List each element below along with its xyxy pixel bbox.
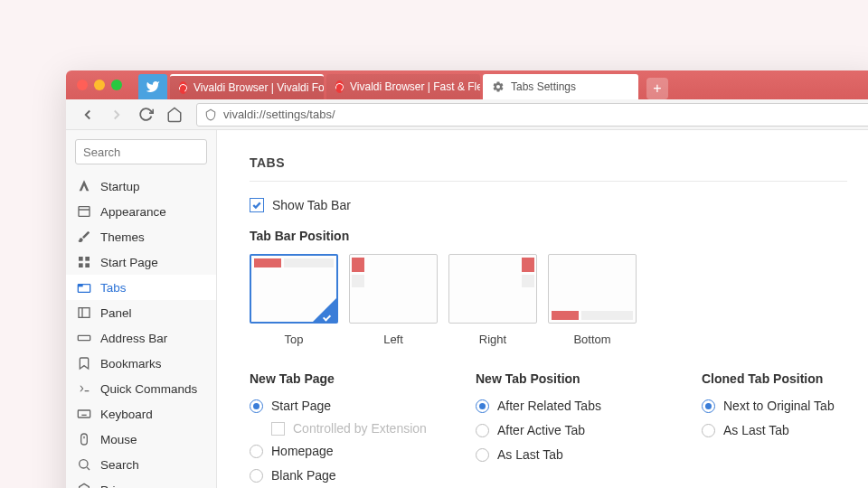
checkbox-label: Show Tab Bar [272,198,351,212]
sidebar-item-label: Quick Commands [100,382,197,396]
radio-label: Homepage [271,444,334,458]
radio-after-related[interactable]: After Related Tabs [476,397,656,415]
radio-after-active[interactable]: After Active Tab [476,421,656,439]
tabs-icon [77,280,91,295]
address-bar-icon [77,331,91,345]
radio-unchecked-icon [476,424,489,437]
position-option-right[interactable]: Right [448,254,537,346]
twitter-icon [146,80,160,94]
sidebar-item-label: Start Page [100,256,158,269]
position-label: Right [479,333,506,346]
sidebar-item-search[interactable]: Search [66,452,216,477]
position-label: Top [285,333,304,346]
back-button[interactable] [75,102,100,127]
sidebar-item-themes[interactable]: Themes [66,224,216,249]
settings-sidebar: Startup Appearance Themes Start Page Tab… [66,130,217,488]
browser-window: Vivaldi Browser | Vivaldi Forum Vivaldi … [66,70,868,488]
radio-label: After Active Tab [497,423,585,437]
forward-button[interactable] [104,102,129,127]
radio-cloned-as-last[interactable]: As Last Tab [702,421,868,439]
panel-icon [77,305,91,320]
page-title: TABS [250,155,847,170]
tab-vivaldi-forum[interactable]: Vivaldi Browser | Vivaldi Forum [170,74,324,99]
radio-homepage[interactable]: Homepage [250,442,430,460]
sidebar-item-appearance[interactable]: Appearance [66,199,216,224]
group-title: New Tab Position [476,371,656,386]
radio-label: Start Page [271,399,331,413]
sidebar-item-tabs[interactable]: Tabs [66,275,216,300]
content-area: Startup Appearance Themes Start Page Tab… [66,130,868,488]
title-bar: Vivaldi Browser | Vivaldi Forum Vivaldi … [66,70,868,99]
sidebar-item-label: Keyboard [100,408,153,421]
svg-rect-4 [79,263,83,267]
cloned-tab-position-group: Cloned Tab Position Next to Original Tab… [702,371,868,488]
address-bar[interactable]: vivaldi://settings/tabs/ [196,103,868,127]
radio-next-to-original[interactable]: Next to Original Tab [702,397,868,415]
radio-unchecked-icon [250,469,263,483]
position-option-bottom[interactable]: Bottom [548,254,637,346]
home-button[interactable] [162,102,187,127]
new-tab-position-group: New Tab Position After Related Tabs Afte… [476,371,656,488]
settings-nav: Startup Appearance Themes Start Page Tab… [66,174,216,488]
sidebar-item-label: Mouse [100,433,137,446]
position-thumb-bottom [548,254,637,324]
position-option-left[interactable]: Left [349,254,438,346]
close-window-button[interactable] [77,80,88,90]
radio-unchecked-icon [250,445,263,458]
minimize-window-button[interactable] [94,80,105,90]
tab-label: Vivaldi Browser | Vivaldi Forum [193,81,324,94]
site-identity-icon [204,108,217,121]
svg-rect-5 [85,263,90,267]
sidebar-item-startup[interactable]: Startup [66,174,216,199]
svg-line-19 [87,467,90,470]
svg-rect-10 [78,335,90,340]
sidebar-item-panel[interactable]: Panel [66,300,216,325]
show-tab-bar-option[interactable]: Show Tab Bar [250,198,847,212]
brush-icon [77,230,91,244]
check-icon [323,309,334,320]
maximize-window-button[interactable] [111,80,122,90]
position-option-top[interactable]: Top [250,254,338,346]
sidebar-item-label: Search [100,458,139,472]
radio-as-last[interactable]: As Last Tab [476,446,656,464]
new-tab-button[interactable]: + [646,78,668,99]
search-icon [77,457,91,472]
reload-button[interactable] [133,102,158,127]
svg-point-18 [80,460,88,468]
radio-label: As Last Tab [497,447,563,462]
tab-bar-position-options: Top Left Right [250,254,847,346]
tab-settings[interactable]: Tabs Settings [483,74,638,99]
svg-rect-2 [79,257,83,261]
sidebar-item-label: Appearance [100,205,166,219]
keyboard-icon [77,407,91,421]
sidebar-item-quick-commands[interactable]: Quick Commands [66,376,216,401]
tab-vivaldi-site[interactable]: Vivaldi Browser | Fast & Flexible [326,74,480,99]
sidebar-item-privacy[interactable]: Privacy [66,477,216,488]
sidebar-item-label: Privacy [100,483,140,489]
svg-rect-8 [79,308,90,318]
position-thumb-left [349,254,438,324]
vivaldi-favicon [179,81,187,94]
sidebar-item-start-page[interactable]: Start Page [66,249,216,275]
sidebar-item-mouse[interactable]: Mouse [66,427,216,452]
radio-label: As Last Tab [723,423,789,437]
checkbox-checked-icon [250,198,264,212]
controlled-by-extension-option[interactable]: Controlled by Extension [250,421,430,436]
position-label: Left [383,333,403,346]
radio-start-page[interactable]: Start Page [250,397,430,415]
radio-blank-page[interactable]: Blank Page [250,466,430,484]
vivaldi-favicon [335,80,344,93]
search-input[interactable] [75,139,207,164]
sidebar-item-keyboard[interactable]: Keyboard [66,401,216,427]
mouse-icon [77,432,91,446]
bookmark-icon [77,356,91,371]
radio-checked-icon [476,399,489,413]
sidebar-item-label: Address Bar [100,332,167,345]
sidebar-item-bookmarks[interactable]: Bookmarks [66,351,216,376]
sidebar-item-label: Tabs [100,281,127,295]
sidebar-item-address-bar[interactable]: Address Bar [66,325,216,351]
radio-label: Next to Original Tab [723,399,835,413]
settings-columns: New Tab Page Start Page Controlled by Ex… [250,371,847,488]
window-icon [77,204,91,219]
pinned-tab-twitter[interactable] [138,74,167,99]
